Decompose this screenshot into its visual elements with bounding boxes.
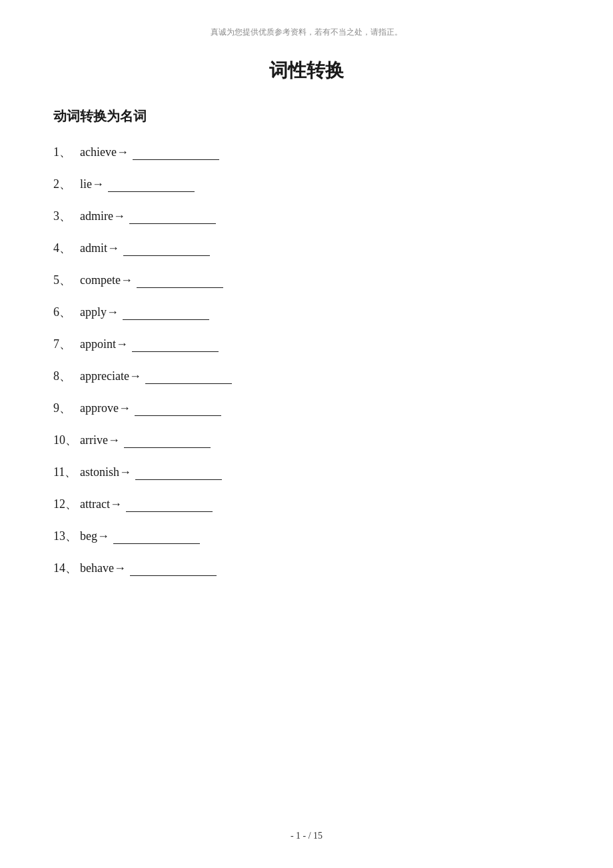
item-number: 7、 [53,336,77,352]
item-word: appoint→ [80,337,128,351]
item-number: 14、 [53,560,77,576]
item-number: 1、 [53,144,77,160]
item-word: beg→ [80,529,109,543]
item-word: attract→ [80,497,122,511]
item-blank [135,465,222,480]
item-word: behave→ [80,561,126,575]
item-number: 9、 [53,400,77,416]
exercise-list: 1、achieve→ 2、lie→ 3、admire→ 4、admit→ 5、c… [53,144,560,576]
list-item: 8、appreciate→ [53,368,560,384]
list-item: 13、beg→ [53,528,560,544]
item-blank [123,241,210,256]
item-word: admire→ [80,209,125,223]
list-item: 2、lie→ [53,176,560,192]
item-blank [145,369,232,384]
item-number: 11、 [53,464,77,480]
item-word: compete→ [80,273,133,287]
item-number: 2、 [53,176,77,192]
list-item: 6、apply→ [53,304,560,320]
item-number: 3、 [53,208,77,224]
item-number: 13、 [53,528,77,544]
list-item: 3、admire→ [53,208,560,224]
item-blank [133,145,219,160]
list-item: 11、astonish→ [53,464,560,480]
item-blank [124,433,211,448]
list-item: 4、admit→ [53,240,560,256]
item-blank [108,177,195,192]
item-word: lie→ [80,177,104,191]
list-item: 9、approve→ [53,400,560,416]
item-word: admit→ [80,241,119,255]
section-title: 动词转换为名词 [53,107,560,125]
item-number: 12、 [53,496,77,512]
list-item: 12、attract→ [53,496,560,512]
page-footer: - 1 - / 15 [0,831,613,841]
item-blank [129,209,216,224]
list-item: 1、achieve→ [53,144,560,160]
item-word: appreciate→ [80,369,141,383]
item-word: achieve→ [80,145,129,159]
item-blank [126,497,213,512]
list-item: 10、arrive→ [53,432,560,448]
item-blank [123,305,209,320]
item-number: 4、 [53,240,77,256]
item-number: 6、 [53,304,77,320]
item-blank [132,337,219,352]
list-item: 14、behave→ [53,560,560,576]
item-number: 8、 [53,368,77,384]
item-word: apply→ [80,305,119,319]
list-item: 7、appoint→ [53,336,560,352]
page-title: 词性转换 [53,58,560,83]
list-item: 5、compete→ [53,272,560,288]
item-blank [137,273,223,288]
item-number: 5、 [53,272,77,288]
item-word: approve→ [80,401,131,415]
item-word: arrive→ [80,433,120,447]
item-blank [135,401,221,416]
item-blank [113,529,200,544]
watermark-text: 真诚为您提供优质参考资料，若有不当之处，请指正。 [53,27,560,38]
item-number: 10、 [53,432,77,448]
item-blank [130,561,217,576]
item-word: astonish→ [80,465,131,479]
